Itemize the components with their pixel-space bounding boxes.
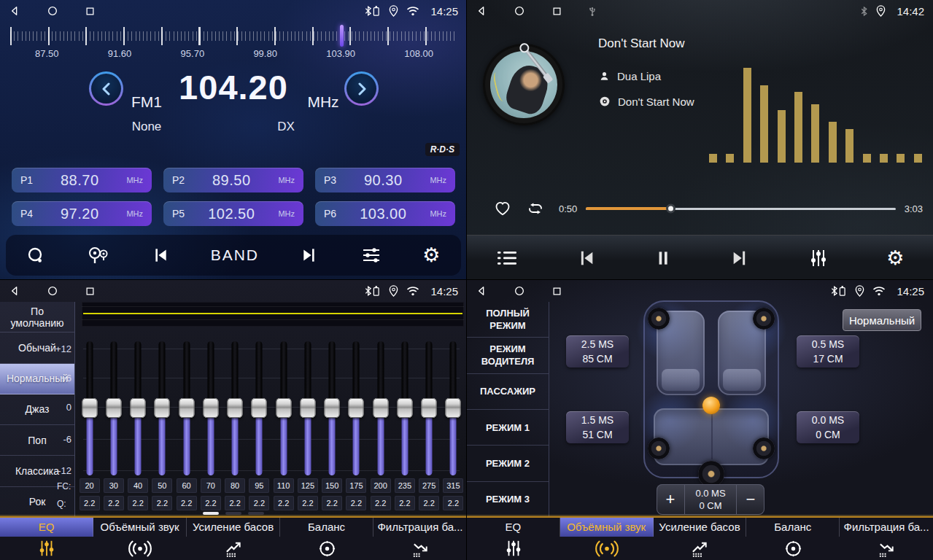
preset-button-1[interactable]: P1 88.70 MHz <box>12 168 152 192</box>
sound-profile-button[interactable]: Нормальный <box>843 309 921 331</box>
band-button[interactable]: BAND <box>208 244 262 267</box>
home-icon[interactable] <box>47 5 58 17</box>
eq-band-slider[interactable] <box>252 398 267 418</box>
preset-button-3[interactable]: P3 90.30 MHz <box>315 168 455 192</box>
previous-station-button[interactable] <box>147 243 172 268</box>
home-icon[interactable] <box>514 5 525 17</box>
preset-button-5[interactable]: P5 102.50 MHz <box>163 201 303 226</box>
mode-3[interactable]: РЕЖИМ 3 <box>467 482 549 518</box>
tuner-scale[interactable] <box>7 25 460 47</box>
back-icon[interactable] <box>9 5 20 17</box>
recents-icon[interactable] <box>85 286 96 297</box>
equalizer-shortcut-button[interactable] <box>805 245 832 271</box>
spectrum-bar <box>778 110 786 163</box>
preset-button-4[interactable]: P4 97.20 MHz <box>12 201 152 226</box>
recents-icon[interactable] <box>551 286 562 297</box>
progress-knob[interactable] <box>666 204 675 214</box>
rear-right-delay-chip[interactable]: 0.0 MS 0 CM <box>797 411 859 443</box>
preset-button-2[interactable]: P2 89.50 MHz <box>163 168 303 192</box>
tab-surround[interactable]: Объёмный звук <box>560 518 654 560</box>
favorite-button[interactable] <box>493 200 512 217</box>
previous-track-button[interactable] <box>573 245 599 271</box>
back-icon[interactable] <box>9 285 20 297</box>
next-track-button[interactable] <box>727 245 754 271</box>
wifi-icon <box>872 286 886 296</box>
tab-balance[interactable]: Баланс <box>746 518 840 560</box>
preset-id: P5 <box>172 208 185 219</box>
eq-band-slider[interactable] <box>373 398 388 418</box>
broadcast-button[interactable] <box>84 243 112 268</box>
next-station-button[interactable] <box>298 243 322 268</box>
listening-mode-sidebar: ПОЛНЫЙ РЕЖИМ РЕЖИМ ВОДИТЕЛЯ ПАССАЖИР РЕЖ… <box>467 302 549 518</box>
tab-balance[interactable]: Баланс <box>280 518 373 560</box>
eq-band-slider[interactable] <box>131 398 146 418</box>
seek-up-button[interactable] <box>344 71 379 106</box>
mode-1[interactable]: РЕЖИМ 1 <box>467 410 549 446</box>
playlist-button[interactable] <box>493 246 521 270</box>
tab-bass-boost[interactable]: Усиление басов <box>654 518 747 560</box>
home-icon[interactable] <box>514 285 525 297</box>
eq-band-slider[interactable] <box>422 398 437 418</box>
dx-mode-label: DX <box>264 120 308 134</box>
tab-eq[interactable]: EQ <box>0 518 93 560</box>
delay-increase-button[interactable]: + <box>657 484 684 515</box>
tab-filter[interactable]: Фильтрация ба... <box>373 518 467 560</box>
settings-gear-icon[interactable]: ⚙ <box>883 246 907 271</box>
front-left-delay-chip[interactable]: 2.5 MS 85 CM <box>566 335 629 368</box>
mode-passenger[interactable]: ПАССАЖИР <box>467 374 549 410</box>
preset-button-6[interactable]: P6 103.00 MHz <box>315 201 455 226</box>
tab-eq[interactable]: EQ <box>467 518 560 560</box>
scan-button[interactable] <box>23 244 48 268</box>
delay-ms: 0.5 MS <box>797 337 859 351</box>
artist-icon <box>598 70 611 82</box>
eq-band-slider[interactable] <box>228 398 243 418</box>
eq-preset-default[interactable]: По умолчанию <box>0 302 74 332</box>
repeat-button[interactable] <box>525 200 546 217</box>
eq-band-slider[interactable] <box>82 398 97 418</box>
eq-band-slider[interactable] <box>446 398 461 418</box>
eq-band-slider[interactable] <box>349 398 364 418</box>
rds-badge: R·D·S <box>425 143 460 156</box>
eq-band-slider[interactable] <box>325 398 340 418</box>
gain-label-m6: -6 <box>0 434 71 445</box>
tab-surround[interactable]: Объёмный звук <box>93 518 187 560</box>
fc-value: 95 <box>249 478 269 493</box>
back-icon[interactable] <box>476 5 487 17</box>
rear-left-delay-chip[interactable]: 1.5 MS 51 CM <box>566 411 629 443</box>
eq-band-slider[interactable] <box>203 398 218 418</box>
front-right-delay-chip[interactable]: 0.5 MS 17 CM <box>797 335 859 368</box>
scale-label: 87.50 <box>35 48 59 59</box>
eq-band-slider[interactable] <box>397 398 412 418</box>
settings-gear-icon[interactable]: ⚙ <box>419 243 443 268</box>
eq-band-slider[interactable] <box>300 398 315 418</box>
q-value: 2.2 <box>128 496 148 510</box>
eq-band-slider[interactable] <box>179 398 194 418</box>
back-icon[interactable] <box>476 285 487 297</box>
mode-driver[interactable]: РЕЖИМ ВОДИТЕЛЯ <box>467 338 549 373</box>
bluetooth-battery-icon <box>363 285 381 297</box>
tab-filter[interactable]: Фильтрация ба... <box>840 518 933 560</box>
eq-band-slider[interactable] <box>106 398 121 418</box>
recents-icon[interactable] <box>85 6 96 17</box>
spectrum-bar <box>863 154 871 163</box>
q-value: 2.2 <box>249 496 269 510</box>
recents-icon[interactable] <box>551 6 562 17</box>
seek-down-button[interactable] <box>89 71 123 106</box>
delay-cm: 0 CM <box>797 427 859 442</box>
delay-decrease-button[interactable]: − <box>737 484 764 515</box>
mode-2[interactable]: РЕЖИМ 2 <box>467 446 549 481</box>
fc-value: 50 <box>152 478 172 493</box>
audio-settings-button[interactable] <box>358 243 384 268</box>
home-icon[interactable] <box>47 285 58 297</box>
progress-bar[interactable] <box>586 208 895 210</box>
eq-band-slider[interactable] <box>276 398 291 418</box>
preset-id: P3 <box>324 174 336 186</box>
tab-bass-boost[interactable]: Усиление басов <box>187 518 280 560</box>
bluetooth-icon <box>860 6 868 17</box>
pause-button[interactable] <box>651 245 675 271</box>
sound-tabs: EQ Объёмный звук Усиление басов Баланс Ф… <box>467 516 933 560</box>
eq-band-slider[interactable] <box>155 398 170 418</box>
listening-position-marker[interactable] <box>702 397 720 414</box>
mode-full[interactable]: ПОЛНЫЙ РЕЖИМ <box>467 302 549 338</box>
tuner-needle[interactable] <box>340 25 344 47</box>
